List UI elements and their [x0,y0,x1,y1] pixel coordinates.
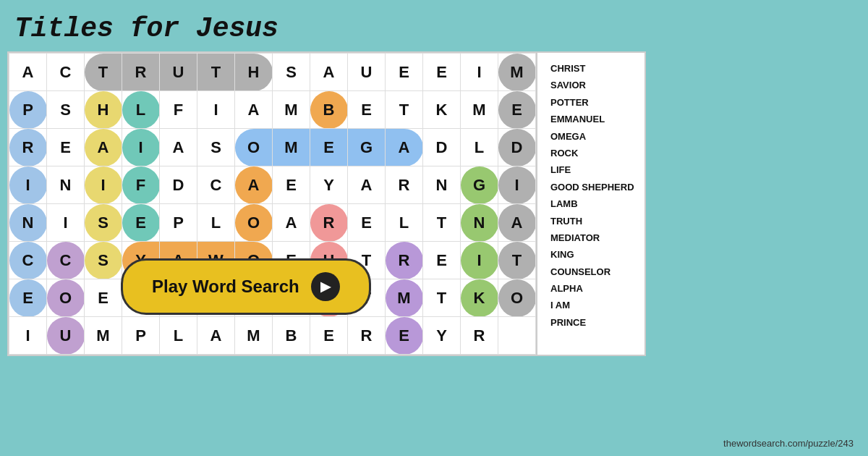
cell-0-1: C [47,54,85,91]
cell-3-6: A [235,166,273,204]
grid-row-7: I U M P L A M B E R E Y R [9,317,536,355]
cell-4-3: E [122,204,160,242]
cell-7-4: L [160,317,197,355]
word-list-item-8: LAMB [550,195,637,212]
cell-4-13: A [498,204,536,242]
cell-0-13: M [498,54,536,91]
cell-6-1: O [47,279,85,317]
cell-3-8: Y [310,166,348,204]
cell-2-1: E [47,129,85,166]
word-list-item-2: POTTER [550,94,637,111]
cell-5-1: C [47,242,85,279]
cell-2-5: S [197,129,235,166]
cell-3-9: A [348,166,386,204]
cell-4-4: P [160,204,197,242]
cell-2-2: A [85,129,122,166]
cell-1-6: A [235,91,273,129]
cell-0-0: A [9,54,47,91]
cell-2-4: A [160,129,197,166]
word-list-item-6: LIFE [550,161,637,178]
cell-7-2: M [85,317,122,355]
cell-6-11: T [423,279,461,317]
word-list-item-7: GOOD SHEPHERD [550,179,637,195]
cell-7-1: U [47,317,85,355]
cell-1-10: T [386,91,423,129]
word-list-item-11: KING [550,246,637,263]
cell-3-12: G [461,166,498,204]
cell-7-5: A [197,317,235,355]
cell-2-12: L [461,129,498,166]
cell-1-13: E [498,91,536,129]
cell-0-10: E [386,54,423,91]
cell-3-10: R [386,166,423,204]
cell-3-5: C [197,166,235,204]
word-list: CHRIST SAVIOR POTTER EMMANUEL OMEGA ROCK… [537,51,646,356]
word-list-item-9: TRUTH [550,213,637,229]
cell-4-7: A [273,204,310,242]
grid-row-0: A C T R U T H S A U E E I M [9,54,536,91]
cell-3-2: I [85,166,122,204]
cell-5-10: R [386,242,423,279]
cell-4-6: O [235,204,273,242]
cell-2-13: D [498,129,536,166]
cell-1-0: P [9,91,47,129]
cell-0-3: R [122,54,160,91]
cell-6-10: M [386,279,423,317]
word-list-item-5: ROCK [550,145,637,161]
cell-7-12: R [461,317,498,355]
word-search-grid: A C T R U T H S A U E E I M P [7,51,537,356]
cell-5-13: T [498,242,536,279]
cell-7-7: B [273,317,310,355]
cell-7-10: E [386,317,423,355]
cell-1-3: L [122,91,160,129]
cell-0-5: T [197,54,235,91]
cell-2-9: G [348,129,386,166]
cell-2-3: I [122,129,160,166]
cell-7-11: Y [423,317,461,355]
cell-0-4: U [160,54,197,91]
cell-5-12: I [461,242,498,279]
cell-6-13: O [498,279,536,317]
cell-2-7: M [273,129,310,166]
cell-0-11: E [423,54,461,91]
cell-4-2: S [85,204,122,242]
cell-3-13: I [498,166,536,204]
word-list-item-14: I AM [550,297,637,313]
word-list-item-1: SAVIOR [550,77,637,93]
grid-row-4: N I S E P L O A R E L T N A [9,204,536,242]
cell-6-12: K [461,279,498,317]
grid-row-1: P S H L F I A M B E T K M E [9,91,536,129]
cell-7-6: M [235,317,273,355]
word-list-item-12: COUNSELOR [550,263,637,280]
cell-0-2: T [85,54,122,91]
cell-2-11: D [423,129,461,166]
word-list-item-3: EMMANUEL [550,111,637,127]
play-button-label: Play Word Search [152,276,299,297]
cell-4-8: R [310,204,348,242]
cell-2-6: O [235,129,273,166]
cell-5-0: C [9,242,47,279]
cell-2-8: E [310,129,348,166]
cell-1-8: B [310,91,348,129]
cell-5-11: E [423,242,461,279]
cell-4-1: I [47,204,85,242]
cell-1-11: K [423,91,461,129]
cell-1-9: E [348,91,386,129]
cell-1-2: H [85,91,122,129]
word-list-item-4: OMEGA [550,128,637,145]
grid-row-2: R E A I A S O M E G A D L D [9,129,536,166]
cell-3-11: N [423,166,461,204]
word-list-item-10: MEDIATOR [550,229,637,246]
cell-3-3: F [122,166,160,204]
play-button-overlay: Play Word Search ▶ [121,258,371,315]
cell-1-4: F [160,91,197,129]
word-list-item-13: ALPHA [550,280,637,297]
cell-1-12: M [461,91,498,129]
cell-3-0: I [9,166,47,204]
grid-row-3: I N I F D C A E Y A R N G I [9,166,536,204]
cell-7-0: I [9,317,47,355]
cell-1-7: M [273,91,310,129]
page-title: Titles for Jesus [0,0,868,51]
cell-3-1: N [47,166,85,204]
play-word-search-button[interactable]: Play Word Search ▶ [121,258,371,315]
